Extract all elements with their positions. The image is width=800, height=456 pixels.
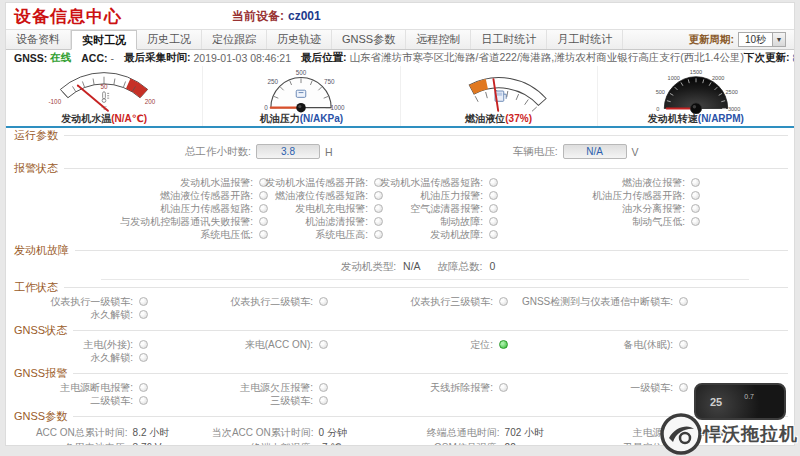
- tab[interactable]: 定位跟踪: [202, 30, 267, 49]
- section-title: 发动机故障: [6, 243, 794, 257]
- gnss-param-value: 8.2 小时: [133, 426, 170, 440]
- gnss-param-value: 702 小时: [505, 426, 544, 440]
- gnss-status-item: 永久解锁:: [16, 351, 196, 364]
- status-indicator: [259, 230, 268, 239]
- work-status-item: 仪表执行一级锁车:: [16, 295, 196, 308]
- next-update-value: 8: [792, 52, 795, 64]
- gnss-param-item: GSM信号强度: 22: [388, 440, 574, 446]
- alarm-item: 制动气压低:: [504, 215, 706, 228]
- status-indicator: [499, 297, 508, 306]
- tab[interactable]: 设备资料: [6, 30, 71, 49]
- run-params-row: 总工作小时数: 3.8 H 车辆电压: N/A V: [6, 142, 794, 161]
- status-indicator: [374, 230, 383, 239]
- gnss-param-label: 终端总通电时间:: [388, 426, 500, 440]
- gnss-alarm-item: 二级锁车:: [16, 394, 196, 407]
- alarm-item-label: 机油压力报警:: [420, 189, 483, 203]
- section-title: 工作状态: [6, 280, 794, 294]
- section-title-text: 报警状态: [14, 161, 58, 176]
- tab[interactable]: GNSS参数: [332, 30, 406, 49]
- status-indicator: [499, 340, 508, 349]
- status-indicator: [499, 383, 508, 392]
- tick-label: 2500: [725, 89, 737, 95]
- tab[interactable]: 历史轨迹: [267, 30, 332, 49]
- status-indicator: [691, 178, 700, 187]
- section-title: GNSS报警: [6, 366, 794, 380]
- gnss-param-value: 3.76 V: [133, 442, 162, 446]
- gnss-param-label: ACC ON总累计时间:: [16, 426, 128, 440]
- oil-pressure-gauge-dial: 500 250 750 0 1000: [221, 68, 381, 114]
- status-indicator: [139, 310, 148, 319]
- alarm-item: 发动机故障:: [389, 228, 504, 241]
- tab[interactable]: 月工时统计: [547, 30, 623, 49]
- status-indicator: [374, 204, 383, 213]
- vehicle-voltage-field[interactable]: N/A: [563, 144, 627, 159]
- gnss-status-item: 备电(休眠):: [556, 338, 736, 351]
- gauge-hub: [297, 103, 307, 113]
- fault-count-label: 故障总数:: [438, 260, 483, 272]
- tab-label: 远程控制: [416, 32, 460, 47]
- gnss-param-item: ACC ON总累计时间: 8.2 小时: [16, 425, 202, 440]
- status-indicator: [489, 178, 498, 187]
- gauge-value: (N/A℃): [111, 113, 147, 124]
- gnss-status-item: 主电(外接):: [16, 338, 196, 351]
- alarm-item: 机油压力报警:: [389, 189, 504, 202]
- alarm-item-label: 发电机充电报警:: [295, 202, 368, 216]
- tab[interactable]: 实时工况: [71, 30, 137, 50]
- refresh-period-select[interactable]: 10秒 ▼: [738, 32, 786, 47]
- alarm-item-label: 机油压力传感器短路:: [160, 202, 253, 216]
- tab[interactable]: 日工时统计: [471, 30, 547, 49]
- alarm-item: 制动故障:: [389, 215, 504, 228]
- gnss-alarm-item: 天线拆除报警:: [376, 381, 556, 394]
- tab[interactable]: 远程控制: [406, 30, 471, 49]
- chevron-down-icon[interactable]: ▼: [772, 33, 785, 46]
- work-status-item-label: 仪表执行二级锁车:: [230, 295, 313, 309]
- alarm-item-label: 空气滤清器报警:: [410, 202, 483, 216]
- tab[interactable]: 历史工况: [137, 30, 202, 49]
- work-status-item: 永久解锁:: [16, 308, 196, 321]
- engine-rpm-gauge: 0 500 1000 1500 2000 2500 3000 发动机转速(N/A…: [598, 66, 794, 126]
- fuel-level-gauge: 燃油液位(37%): [401, 66, 598, 126]
- status-indicator: [679, 297, 688, 306]
- gnss-param-item: 备用电池电压: 3.76 V: [16, 440, 202, 446]
- page-title: 设备信息中心: [14, 5, 122, 28]
- work-status-item-label: 永久解锁:: [90, 308, 133, 322]
- refresh-period-value: 10秒: [739, 33, 772, 47]
- gnss-alarm-item-label: 主电源欠压报警:: [240, 381, 313, 395]
- gnss-param-value: 0 分钟: [319, 426, 347, 440]
- section-title-text: 运行参数: [14, 128, 58, 143]
- gauge-band-group: [466, 72, 548, 114]
- alarm-item-label: 油水分离报警:: [622, 202, 685, 216]
- section-title: GNSS状态: [6, 323, 794, 337]
- work-status-item: 仪表执行二级锁车:: [196, 295, 376, 308]
- gauge-name: 发动机水温: [61, 113, 111, 124]
- alarm-item: 机油压力传感器短路:: [16, 202, 274, 215]
- alarm-item: 系统电压高:: [274, 228, 389, 241]
- alarm-item: 燃油液位报警:: [504, 176, 706, 189]
- tick-label: 1500: [690, 69, 702, 75]
- status-indicator: [139, 340, 148, 349]
- tractor-logo-icon: [659, 412, 703, 456]
- alarm-item: 发动机水温报警:: [16, 176, 274, 189]
- last-time-label: 最后采集时间:: [124, 51, 191, 65]
- alarm-item: 发动机水温传感器开路:: [274, 176, 389, 189]
- gnss-param-label: 终端内部温度:: [202, 441, 314, 447]
- total-hours-field[interactable]: 3.8: [256, 144, 320, 159]
- gauge-title: 发动机转速(N/ARPM): [598, 112, 794, 126]
- status-indicator: [489, 230, 498, 239]
- badge-value: 25: [710, 396, 722, 408]
- alarm-item-label: 发动机水温传感器开路:: [265, 176, 368, 190]
- vehicle-voltage-label: 车辆电压:: [333, 145, 558, 159]
- section-title-text: 工作状态: [14, 280, 58, 295]
- watermark-text: 悍沃拖拉机: [703, 422, 798, 446]
- status-indicator: [489, 204, 498, 213]
- tab-label: 定位跟踪: [212, 32, 256, 47]
- gnss-status-item: 定位:: [376, 338, 556, 351]
- gnss-status-value: 在线: [50, 51, 71, 65]
- section-title-text: GNSS状态: [14, 323, 67, 338]
- status-indicator: [691, 204, 700, 213]
- tick-label: -100: [49, 98, 62, 105]
- status-indicator: [319, 396, 328, 405]
- last-location-label: 最后位置:: [301, 51, 347, 65]
- status-indicator: [139, 396, 148, 405]
- status-indicator: [374, 191, 383, 200]
